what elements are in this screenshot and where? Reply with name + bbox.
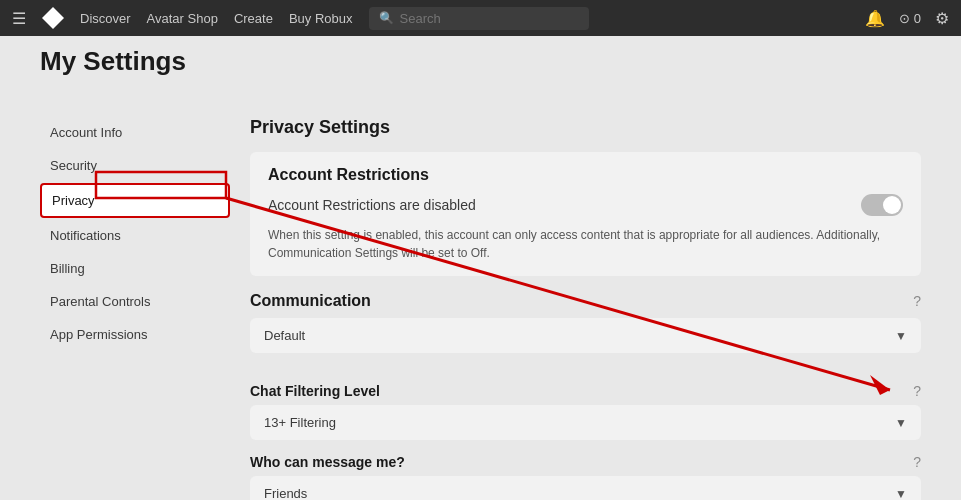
sidebar-item-security[interactable]: Security: [40, 150, 230, 181]
communication-label: Communication: [250, 292, 371, 310]
communication-header: Communication ?: [250, 292, 921, 310]
roblox-logo[interactable]: [42, 7, 64, 29]
settings-content: Privacy Settings Account Restrictions Ac…: [230, 107, 921, 500]
nav-buy-robux[interactable]: Buy Robux: [289, 11, 353, 26]
search-icon: 🔍: [379, 11, 394, 25]
nav-right-actions: 🔔 ⊙ 0 ⚙: [865, 9, 949, 28]
chevron-down-icon-2: ▼: [895, 416, 907, 430]
main-layout: Account Info Security Privacy Notificati…: [0, 87, 961, 500]
search-input[interactable]: [400, 11, 579, 26]
top-navigation: ☰ Discover Avatar Shop Create Buy Robux …: [0, 0, 961, 36]
who-can-message-section: Who can message me? ? Friends ▼: [250, 454, 921, 500]
chat-filtering-select[interactable]: 13+ Filtering ▼: [250, 405, 921, 440]
who-can-message-select[interactable]: Friends ▼: [250, 476, 921, 500]
chat-filtering-value: 13+ Filtering: [264, 415, 336, 430]
account-restrictions-title: Account Restrictions: [268, 166, 903, 184]
page-title: My Settings: [40, 46, 921, 87]
who-can-message-value: Friends: [264, 486, 307, 500]
account-restrictions-toggle[interactable]: [861, 194, 903, 216]
chat-filtering-header: Chat Filtering Level ?: [250, 383, 921, 399]
nav-discover[interactable]: Discover: [80, 11, 131, 26]
who-can-message-header: Who can message me? ?: [250, 454, 921, 470]
search-bar[interactable]: 🔍: [369, 7, 589, 30]
chevron-down-icon: ▼: [895, 329, 907, 343]
nav-avatar-shop[interactable]: Avatar Shop: [147, 11, 218, 26]
sidebar-item-app-permissions[interactable]: App Permissions: [40, 319, 230, 350]
sidebar-item-privacy[interactable]: Privacy: [40, 183, 230, 218]
account-restrictions-description: When this setting is enabled, this accou…: [268, 226, 903, 262]
privacy-settings-area: Privacy Settings Account Restrictions Ac…: [250, 117, 921, 500]
sidebar-item-notifications[interactable]: Notifications: [40, 220, 230, 251]
chat-filtering-section: Chat Filtering Level ? 13+ Filtering ▼: [250, 383, 921, 454]
account-restrictions-label: Account Restrictions are disabled: [268, 197, 476, 213]
who-can-message-label: Who can message me?: [250, 454, 405, 470]
page-title-section: My Settings: [0, 36, 961, 87]
settings-icon[interactable]: ⚙: [935, 9, 949, 28]
account-restrictions-card: Account Restrictions Account Restriction…: [250, 152, 921, 276]
who-can-message-help-icon[interactable]: ?: [913, 454, 921, 470]
communication-select[interactable]: Default ▼: [250, 318, 921, 353]
sidebar-item-account-info[interactable]: Account Info: [40, 117, 230, 148]
toggle-knob: [883, 196, 901, 214]
privacy-settings-title: Privacy Settings: [250, 117, 921, 138]
communication-value: Default: [264, 328, 305, 343]
nav-links: Discover Avatar Shop Create Buy Robux: [80, 11, 353, 26]
chat-filtering-help-icon[interactable]: ?: [913, 383, 921, 399]
robux-count: 0: [914, 11, 921, 26]
robux-display[interactable]: ⊙ 0: [899, 11, 921, 26]
sidebar-item-billing[interactable]: Billing: [40, 253, 230, 284]
chat-filtering-label: Chat Filtering Level: [250, 383, 380, 399]
settings-sidebar: Account Info Security Privacy Notificati…: [40, 107, 230, 500]
communication-section: Communication ? Default ▼: [250, 292, 921, 367]
notifications-icon[interactable]: 🔔: [865, 9, 885, 28]
nav-create[interactable]: Create: [234, 11, 273, 26]
sidebar-item-parental-controls[interactable]: Parental Controls: [40, 286, 230, 317]
account-restrictions-row: Account Restrictions are disabled: [268, 194, 903, 216]
chevron-down-icon-3: ▼: [895, 487, 907, 501]
robux-icon: ⊙: [899, 11, 910, 26]
communication-help-icon[interactable]: ?: [913, 293, 921, 309]
hamburger-icon[interactable]: ☰: [12, 9, 26, 28]
